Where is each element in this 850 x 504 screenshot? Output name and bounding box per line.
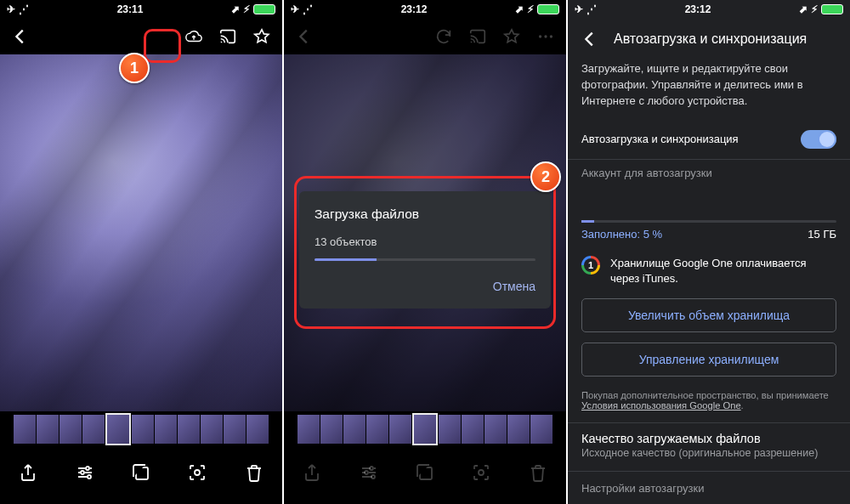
status-time: 23:12 [401, 3, 428, 15]
photo-viewer[interactable] [0, 54, 282, 411]
share-button[interactable] [13, 457, 43, 488]
status-time: 23:11 [117, 3, 144, 15]
more-button [530, 21, 561, 52]
star-button [496, 21, 527, 52]
edit-button [354, 457, 384, 488]
bottom-toolbar [0, 447, 282, 498]
app-bar [0, 19, 282, 54]
lens-button[interactable] [182, 457, 212, 488]
increase-storage-button[interactable]: Увеличить объем хранилища [581, 298, 836, 332]
status-bar: ✈︎⋰ 23:11 ⬈⚡︎ [0, 0, 282, 19]
page-description: Загружайте, ищите и редактируйте свои фо… [568, 61, 850, 120]
annotation-badge-1: 1 [119, 53, 150, 83]
account-section-label: Аккаунт для автозагрузки [568, 160, 850, 183]
storage-bar [581, 220, 836, 223]
upload-quality-sub: Исходное качество (оригинальное разрешен… [568, 447, 850, 471]
wifi-icon: ⋰ [19, 3, 29, 15]
thumbnail-strip [284, 411, 566, 447]
terms-note: Покупая дополнительное пространство, вы … [568, 387, 850, 422]
library-button [410, 457, 440, 488]
back-button[interactable] [5, 21, 36, 52]
star-button[interactable] [246, 21, 277, 52]
edit-button[interactable] [70, 457, 100, 488]
backup-sync-toggle[interactable] [801, 130, 836, 149]
status-bar: ✈︎⋰ 23:12 ⬈⚡︎ [284, 0, 566, 19]
upload-quality-title[interactable]: Качество загружаемых файлов [568, 423, 850, 447]
status-bar: ✈︎⋰ 23:12 ⬈⚡︎ [568, 0, 850, 19]
status-time: 23:12 [685, 3, 711, 15]
back-button [289, 21, 320, 52]
cast-button [462, 21, 493, 52]
library-button[interactable] [126, 457, 156, 488]
trash-button[interactable] [239, 457, 269, 488]
storage-filled-label: Заполнено: 5 % [581, 228, 662, 241]
app-bar [284, 19, 566, 54]
battery-icon [253, 4, 275, 14]
thumbnail-selected [105, 413, 131, 445]
autoload-settings-label: Настройки автозагрузки [568, 472, 850, 498]
sync-icon [428, 21, 459, 52]
cast-button[interactable] [212, 21, 243, 52]
terms-link[interactable]: Условия использования Google One [581, 400, 741, 411]
thumbnail-strip[interactable] [0, 411, 282, 447]
share-button [297, 457, 327, 488]
page-title: Автозагрузка и синхронизация [614, 31, 807, 47]
annotation-badge-2: 2 [530, 161, 561, 192]
bottom-toolbar [284, 447, 566, 498]
trash-button [523, 457, 553, 488]
lens-button [466, 457, 496, 488]
google-one-text: Хранилище Google One оплачивается через … [610, 256, 836, 286]
airplane-icon: ✈︎ [7, 3, 15, 15]
toggle-label: Автозагрузка и синхронизация [581, 133, 739, 145]
manage-storage-button[interactable]: Управление хранилищем [581, 343, 836, 377]
annotation-box-1 [144, 29, 181, 63]
annotation-box-2 [294, 176, 556, 329]
google-one-icon: 1 [581, 256, 600, 275]
storage-total-label: 15 ГБ [808, 228, 836, 241]
cloud-upload-button[interactable] [178, 21, 209, 52]
back-button[interactable] [575, 24, 605, 54]
